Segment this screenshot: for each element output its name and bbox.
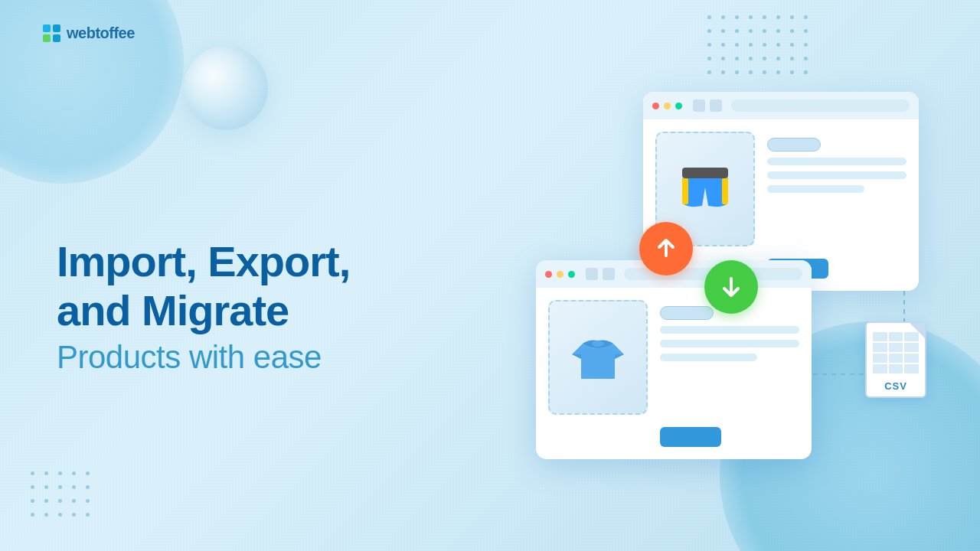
detail-line-2f <box>660 340 799 347</box>
browser-dot-green-f <box>568 271 575 278</box>
upload-icon <box>653 236 679 262</box>
product-image-area-front <box>548 300 648 415</box>
product-btn-front <box>660 427 721 447</box>
shorts-product-image <box>675 158 736 220</box>
headline: Import, Export, and Migrate Products wit… <box>57 237 350 376</box>
detail-pill-title-f <box>660 306 714 320</box>
product-details-back <box>767 132 906 279</box>
mockup-front <box>536 260 812 459</box>
browser-bar-back <box>643 92 919 119</box>
logo-square-3 <box>43 34 51 42</box>
browser-url-bar <box>731 99 910 112</box>
browser-dot-yellow <box>664 103 671 109</box>
download-arrow-button <box>704 260 758 314</box>
detail-line-2 <box>767 171 906 179</box>
csv-label-text: CSV <box>867 380 925 392</box>
headline-line1: Import, Export, and Migrate <box>57 237 350 336</box>
browser-dot-red <box>652 103 659 109</box>
nav-forward <box>710 99 722 112</box>
logo-square-2 <box>53 24 60 32</box>
shirt-product-image <box>567 327 629 388</box>
browser-dot-red-f <box>545 271 552 278</box>
logo-square-1 <box>43 24 51 32</box>
dots-top-right <box>707 15 812 78</box>
upload-arrow-button <box>639 222 693 276</box>
nav-back-f <box>586 268 598 280</box>
logo: webtoffee <box>43 24 135 42</box>
headline-line2-text: and Migrate <box>57 286 289 334</box>
svg-rect-2 <box>722 178 728 204</box>
logo-icon <box>43 24 60 42</box>
detail-line-1 <box>767 158 906 165</box>
glass-ball-decoration <box>184 46 268 130</box>
detail-pill-title <box>767 138 821 152</box>
detail-line-3f <box>660 354 757 361</box>
product-details-front <box>660 300 799 447</box>
dots-bottom-left <box>31 471 93 520</box>
browser-nav-f <box>586 268 615 280</box>
csv-file-icon: CSV <box>865 321 934 406</box>
browser-nav <box>693 99 722 112</box>
detail-line-1f <box>660 326 799 334</box>
browser-dot-green <box>675 103 682 109</box>
svg-point-3 <box>592 341 604 347</box>
svg-rect-1 <box>682 178 688 204</box>
headline-subtitle: Products with ease <box>57 339 350 376</box>
svg-rect-0 <box>682 168 728 178</box>
browser-dot-yellow-f <box>557 271 564 278</box>
logo-square-4 <box>53 34 60 42</box>
nav-back <box>693 99 705 112</box>
csv-paper: CSV <box>865 321 926 398</box>
mockup-front-content <box>536 288 812 459</box>
download-icon <box>718 274 744 300</box>
nav-forward-f <box>603 268 615 280</box>
dash-line-horizontal <box>813 373 867 375</box>
logo-text: webtoffee <box>67 24 135 42</box>
headline-line1-text: Import, Export, <box>57 237 350 285</box>
csv-grid <box>873 332 919 373</box>
detail-line-3 <box>767 185 864 193</box>
